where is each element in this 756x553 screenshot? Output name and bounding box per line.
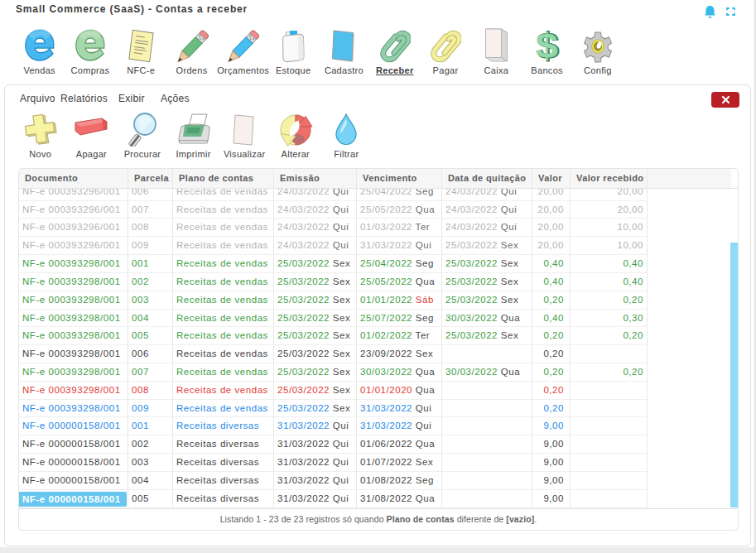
svg-text:$: $ — [536, 27, 558, 64]
